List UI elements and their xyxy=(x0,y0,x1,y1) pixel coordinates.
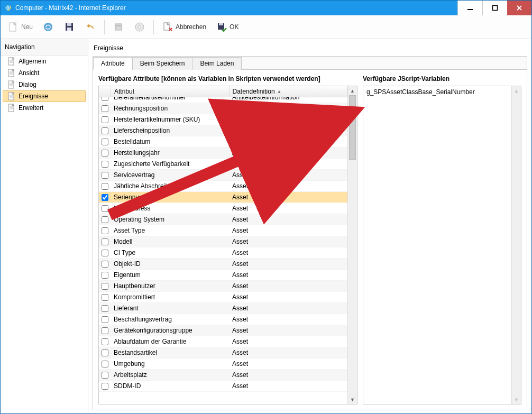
table-row[interactable]: RechnungspositionArtikelbestellinformati… xyxy=(99,103,347,114)
tabs: Attribute Beim Speichern Beim Laden xyxy=(93,57,527,70)
table-row[interactable]: Objekt-IDAsset xyxy=(99,259,347,270)
row-checkbox[interactable] xyxy=(99,338,111,345)
cell-attribut: Lieferantenartikelnummer xyxy=(111,97,229,101)
jscript-variables-box[interactable]: g_SPSAssetClassBase_SerialNumber ▲ ▼ xyxy=(363,86,521,404)
table-row[interactable]: Mac AddressAsset xyxy=(99,203,347,214)
table-row[interactable]: UmgebungAsset xyxy=(99,358,347,370)
column-datendefinition[interactable]: Datendefinition▲ xyxy=(230,86,348,97)
scroll-up-icon: ▲ xyxy=(512,86,521,95)
table-row[interactable]: LieferscheinpositionArtikelbestellinform… xyxy=(99,125,347,136)
column-attribut[interactable]: Attribut xyxy=(111,86,230,97)
table-row[interactable]: BestelldatumArtikelbestellinformation xyxy=(99,136,347,148)
undo-button[interactable] xyxy=(81,19,100,35)
minimize-button[interactable] xyxy=(457,1,482,15)
table-row[interactable]: Herstellerartikelnummer (SKU)Artikelbest… xyxy=(99,114,347,125)
cell-attribut: Beschaffungsvertrag xyxy=(111,316,229,323)
table-row[interactable]: GerätekonfigurationsgruppeAsset xyxy=(99,325,347,336)
scroll-down-button[interactable]: ▼ xyxy=(348,395,357,404)
maximize-button[interactable] xyxy=(482,1,507,15)
table-row[interactable]: ServicevertragAsset xyxy=(99,170,347,181)
cancel-button[interactable]: Abbrechen xyxy=(158,19,210,35)
row-checkbox[interactable] xyxy=(99,238,111,245)
table-row[interactable]: Jährliche AbschreibungAsset xyxy=(99,181,347,192)
cell-datendefinition: Artikelbestellinformation xyxy=(229,127,347,134)
row-checkbox[interactable] xyxy=(99,105,111,112)
ok-button[interactable]: OK xyxy=(212,19,242,35)
tab-beim-laden[interactable]: Beim Laden xyxy=(192,57,242,70)
row-checkbox[interactable] xyxy=(99,305,111,312)
row-checkbox[interactable] xyxy=(99,383,111,390)
row-checkbox[interactable] xyxy=(99,97,111,101)
new-button[interactable]: Neu xyxy=(4,19,36,35)
table-row[interactable]: SDDM-IDAsset xyxy=(99,381,347,392)
table-row[interactable]: CI TypeAsset xyxy=(99,247,347,259)
row-checkbox[interactable] xyxy=(99,150,111,157)
scroll-up-button[interactable]: ▲ xyxy=(348,86,357,95)
navigation-panel: Navigation AllgemeinAnsichtDialogEreigni… xyxy=(1,39,88,413)
row-checkbox[interactable] xyxy=(99,372,111,379)
row-checkbox[interactable] xyxy=(99,349,111,356)
table-row[interactable]: Operating SystemAsset xyxy=(99,214,347,225)
sidebar-item-dialog[interactable]: Dialog xyxy=(3,79,86,90)
cell-datendefinition: Asset xyxy=(229,149,347,157)
column-checkbox[interactable] xyxy=(99,86,111,97)
cell-attribut: Asset Type xyxy=(111,227,229,234)
tab-beim-speichern[interactable]: Beim Speichern xyxy=(132,57,193,70)
table-row[interactable]: HauptbenutzerAsset xyxy=(99,281,347,292)
row-checkbox[interactable] xyxy=(99,283,111,290)
cell-attribut: Seriennummer xyxy=(111,194,229,201)
table-row[interactable]: BestandsartikelAsset xyxy=(99,347,347,358)
row-checkbox[interactable] xyxy=(99,316,111,323)
table-row[interactable]: LieferantAsset xyxy=(99,303,347,314)
cell-attribut: CI Type xyxy=(111,249,229,256)
table-row[interactable]: KompromittiertAsset xyxy=(99,292,347,303)
row-checkbox[interactable] xyxy=(99,261,111,268)
save-button[interactable] xyxy=(60,19,79,35)
cell-datendefinition: Asset xyxy=(229,327,347,334)
disc-button[interactable] xyxy=(130,19,149,35)
table-row[interactable]: Asset TypeAsset xyxy=(99,225,347,236)
row-checkbox[interactable] xyxy=(99,327,111,334)
sidebar-item-ereignisse[interactable]: Ereignisse xyxy=(3,90,86,102)
row-checkbox[interactable] xyxy=(99,227,111,234)
row-checkbox[interactable] xyxy=(99,139,111,145)
row-checkbox[interactable] xyxy=(99,250,111,256)
row-checkbox[interactable] xyxy=(99,205,111,212)
row-checkbox[interactable] xyxy=(99,116,111,123)
row-checkbox[interactable] xyxy=(99,194,111,201)
tab-attribute[interactable]: Attribute xyxy=(93,57,133,70)
row-checkbox[interactable] xyxy=(99,161,111,168)
table-row[interactable]: EigentumAsset xyxy=(99,270,347,281)
table-row[interactable]: LieferantenartikelnummerArtikelbestellin… xyxy=(99,97,347,103)
row-checkbox[interactable] xyxy=(99,216,111,223)
sidebar-item-label: Dialog xyxy=(19,81,36,88)
sidebar-item-allgemein[interactable]: Allgemein xyxy=(3,56,86,67)
close-button[interactable] xyxy=(507,1,531,15)
cell-datendefinition: Asset xyxy=(229,271,347,279)
refresh-button[interactable] xyxy=(39,19,58,35)
table-row[interactable]: SeriennummerAsset xyxy=(99,192,347,203)
tab-label: Attribute xyxy=(101,60,125,67)
sidebar-item-erweitert[interactable]: Erweitert xyxy=(3,102,86,114)
row-checkbox[interactable] xyxy=(99,172,111,179)
table-row[interactable]: HerstellungsjahrAsset xyxy=(99,148,347,159)
attributes-title: Verfügbare Attribute [können als Variabl… xyxy=(98,75,357,86)
row-checkbox[interactable] xyxy=(99,294,111,301)
cell-datendefinition: Asset xyxy=(229,160,347,168)
table-row[interactable]: Ablaufdatum der GarantieAsset xyxy=(99,336,347,347)
cell-datendefinition: Asset xyxy=(229,282,347,290)
server-button[interactable] xyxy=(109,19,128,35)
scroll-track[interactable] xyxy=(348,95,357,395)
table-row[interactable]: BeschaffungsvertragAsset xyxy=(99,314,347,325)
row-checkbox[interactable] xyxy=(99,127,111,134)
sidebar-item-ansicht[interactable]: Ansicht xyxy=(3,67,86,79)
table-row[interactable]: Zugesicherte VerfügbarkeitAsset xyxy=(99,159,347,170)
vertical-scrollbar[interactable]: ▲ ▼ xyxy=(347,86,357,404)
row-checkbox[interactable] xyxy=(99,272,111,279)
row-checkbox[interactable] xyxy=(99,183,111,190)
cell-attribut: Modell xyxy=(111,238,229,245)
table-row[interactable]: ModellAsset xyxy=(99,236,347,247)
row-checkbox[interactable] xyxy=(99,361,111,367)
table-row[interactable]: ArbeitsplatzAsset xyxy=(99,370,347,381)
scroll-thumb[interactable] xyxy=(349,95,356,160)
